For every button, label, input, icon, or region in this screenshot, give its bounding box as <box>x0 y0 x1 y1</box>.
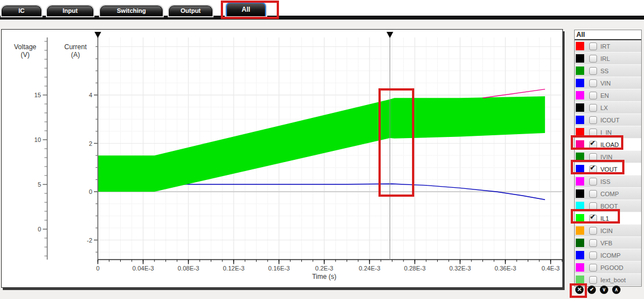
tab-bar-divider <box>0 16 644 20</box>
highlight-box-cursor-region <box>378 88 414 197</box>
chevron-down-icon[interactable]: ∨ <box>600 286 608 294</box>
legend-row-SS: SS <box>575 65 641 77</box>
checkbox-PGOOD[interactable] <box>589 264 597 272</box>
legend-item-label: BOOT <box>600 203 618 210</box>
legend-row-PGOOD: PGOOD <box>575 262 641 274</box>
color-swatch <box>576 54 584 63</box>
legend-item-label: Iext_boot <box>600 277 626 283</box>
tab-switching[interactable]: Switching <box>100 6 163 16</box>
legend-item-label: COMP <box>600 191 619 197</box>
legend-title: All <box>575 30 641 40</box>
highlight-box-legend-il1 <box>571 209 620 224</box>
checkbox-COMP[interactable] <box>589 190 597 198</box>
legend-item-label: I_IN <box>600 129 612 136</box>
legend-item-label: ICOMP <box>600 252 621 259</box>
legend-item-label: IVIN <box>600 154 612 160</box>
color-swatch <box>576 67 584 75</box>
highlight-box-legend-vout <box>571 160 624 174</box>
color-swatch <box>576 177 584 186</box>
legend-row-LX: LX <box>575 102 641 114</box>
legend-item-label: PGOOD <box>600 264 623 271</box>
check-all-icon[interactable]: ✔ <box>588 286 596 294</box>
legend-item-label: ICIN <box>600 227 613 234</box>
color-swatch <box>576 251 584 259</box>
legend-row-IRT: IRT <box>575 40 641 53</box>
color-swatch <box>576 226 584 235</box>
highlight-box-legend-iload <box>571 135 623 150</box>
waveform-panel <box>1 29 563 288</box>
highlight-box-close-tool <box>570 283 587 298</box>
checkbox-EN[interactable] <box>589 92 597 99</box>
checkbox-ICOUT[interactable] <box>589 116 597 124</box>
legend-item-label: VIN <box>600 80 610 87</box>
checkbox-VIN[interactable] <box>589 79 597 87</box>
legend-row-IRL: IRL <box>575 53 641 65</box>
legend-row-VFB: VFB <box>575 237 641 249</box>
color-swatch <box>576 276 584 284</box>
color-swatch <box>576 91 584 99</box>
checkbox-SS[interactable] <box>589 67 597 75</box>
signal-legend: All IRTIRLSSVINENLXICOUTI_IN✔ILOADIVIN✔V… <box>574 30 642 287</box>
checkbox-LX[interactable] <box>589 104 597 112</box>
color-swatch <box>576 263 584 272</box>
color-swatch <box>576 42 584 50</box>
color-swatch <box>576 189 584 198</box>
legend-row-EN: EN <box>575 89 641 102</box>
color-swatch <box>576 103 584 112</box>
legend-item-label: VFB <box>600 240 612 246</box>
tab-strip <box>0 0 644 16</box>
checkbox-VFB[interactable] <box>589 239 597 247</box>
checkbox-IRT[interactable] <box>589 42 597 50</box>
color-swatch <box>576 239 584 247</box>
legend-row-ISS: ISS <box>575 175 641 188</box>
legend-item-label: ISS <box>600 178 610 185</box>
legend-item-label: ICOUT <box>600 117 619 124</box>
legend-item-label: SS <box>600 68 609 74</box>
color-swatch <box>576 79 584 87</box>
legend-row-ICIN: ICIN <box>575 225 641 237</box>
legend-row-ICOUT: ICOUT <box>575 114 641 126</box>
legend-item-label: LX <box>600 105 608 111</box>
checkbox-IRL[interactable] <box>589 55 597 63</box>
legend-row-VIN: VIN <box>575 77 641 89</box>
tab-input[interactable]: Input <box>47 6 93 16</box>
checkbox-ISS[interactable] <box>589 178 597 186</box>
chevron-up-icon[interactable]: ∧ <box>612 286 621 294</box>
legend-row-COMP: COMP <box>575 188 641 200</box>
legend-item-label: IRT <box>600 43 610 50</box>
legend-item-label: IRL <box>600 55 610 62</box>
tab-output[interactable]: Output <box>169 6 212 16</box>
tab-ic[interactable]: IC <box>2 6 41 16</box>
checkbox-ICOMP[interactable] <box>589 251 597 259</box>
checkbox-ICIN[interactable] <box>589 227 597 235</box>
legend-item-label: EN <box>600 92 609 99</box>
checkbox-Iext_boot[interactable] <box>589 276 597 284</box>
legend-row-ICOMP: ICOMP <box>575 249 641 262</box>
highlight-box-tab-all <box>221 1 279 19</box>
color-swatch <box>576 116 584 124</box>
